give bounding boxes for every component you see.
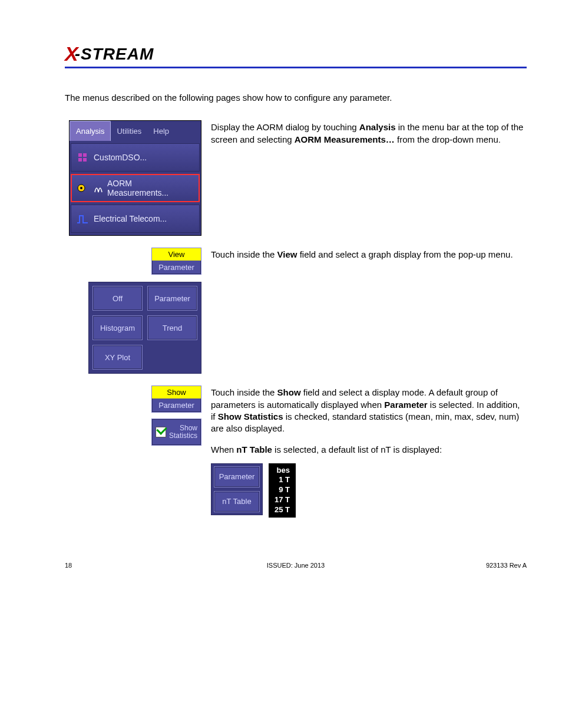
show-option-parameter[interactable]: Parameter [214,466,260,487]
menu-item-telecom-label: Electrical Telecom... [94,214,167,223]
ntopt-nt-label: nT Table [222,496,251,507]
view-field-header: View [152,248,201,261]
show-statistics-checkbox[interactable]: Show Statistics [151,419,201,446]
s1-tc: from the drop-down menu. [395,134,501,144]
s3-bc: Show Statistics [218,411,283,421]
stats-l1: Show [180,424,197,432]
view-field-button[interactable]: View Parameter [151,248,201,275]
view-option-histogram[interactable]: Histogram [92,315,143,340]
nt-header: bes [275,466,290,476]
ntopt-param-label: Parameter [219,472,255,482]
show-field-value: Parameter [158,398,194,412]
menu-item-aorm-label: AORM Measurements... [107,179,194,197]
tab-analysis[interactable]: Analysis [70,121,111,141]
s3-te: When [211,444,236,454]
nt-table-display: bes 1 T 9 T 17 T 25 T [269,463,296,518]
telecom-pulse-icon [76,212,89,225]
view-parameter-label: Parameter [154,294,190,303]
view-option-trend[interactable]: Trend [147,315,197,340]
view-off-label: Off [113,294,123,303]
intro-text: The menus described on the following pag… [65,92,527,104]
menu-item-customdso[interactable]: CustomDSO... [71,143,200,172]
nt-row-2: 9 T [275,485,290,495]
view-option-xyplot[interactable]: XY Plot [92,345,143,370]
s3-ba: Show [277,387,301,397]
xstream-logo: X -STREAM [65,42,527,65]
issued-date: ISSUED: June 2013 [65,562,527,569]
s1-bb: AORM Measurements… [295,134,395,144]
s2-tb: field and select a graph display from th… [297,249,513,259]
view-xyplot-label: XY Plot [105,353,130,362]
section1-text: Display the AORM dialog by touching Anal… [211,120,527,146]
s3-bb: Parameter [384,400,427,410]
menu-item-telecom[interactable]: Electrical Telecom... [71,205,200,233]
page-footer: 18 ISSUED: June 2013 923133 Rev A [65,562,527,569]
svg-point-1 [80,187,82,189]
check-icon [156,427,166,437]
section3-text: Touch inside the Show field and select a… [211,386,527,518]
section2-text: Touch inside the View field and select a… [211,248,527,261]
s2-ta: Touch inside the [211,249,277,259]
tab-analysis-label: Analysis [76,127,104,136]
tab-utilities[interactable]: Utilities [111,121,147,141]
view-trend-label: Trend [163,324,182,332]
nt-row-3: 17 T [275,495,290,505]
tab-help[interactable]: Help [147,121,175,141]
s3-tf: is selected, a default list of nT is dis… [272,444,442,454]
tab-utilities-label: Utilities [117,127,141,136]
analysis-dropdown-panel: Analysis Utilities Help CustomDSO... [69,120,201,236]
s1-ta: Display the AORM dialog by touching [211,122,359,132]
nt-row-1: 1 T [275,475,290,485]
show-statistics-label: Show Statistics [168,424,197,440]
aorm-wave-icon [94,182,103,195]
view-option-parameter[interactable]: Parameter [147,286,197,311]
page-header: X -STREAM [65,42,527,68]
show-option-nttable[interactable]: nT Table [214,491,260,512]
s3-ta: Touch inside the [211,387,277,397]
show-field-header: Show [152,386,201,398]
stats-l2: Statistics [169,431,197,440]
view-histogram-label: Histogram [100,324,135,332]
s2-ba: View [277,249,297,259]
view-popup-menu: Off Parameter Histogram Trend XY Plot [88,282,201,374]
s1-ba: Analysis [359,122,396,132]
s3-be: nT Table [236,444,272,454]
view-field-value: Parameter [158,261,194,274]
view-option-off[interactable]: Off [92,286,143,311]
aorm-target-icon [77,182,90,195]
menu-item-customdso-label: CustomDSO... [94,153,147,162]
show-popup-menu: Parameter nT Table [211,463,263,515]
show-field-button[interactable]: Show Parameter [151,386,201,413]
customdso-icon [76,151,89,164]
nt-row-4: 25 T [275,505,290,515]
tab-help-label: Help [153,127,169,136]
menu-item-aorm[interactable]: AORM Measurements... [71,174,200,202]
logo-stream: -STREAM [75,45,154,64]
